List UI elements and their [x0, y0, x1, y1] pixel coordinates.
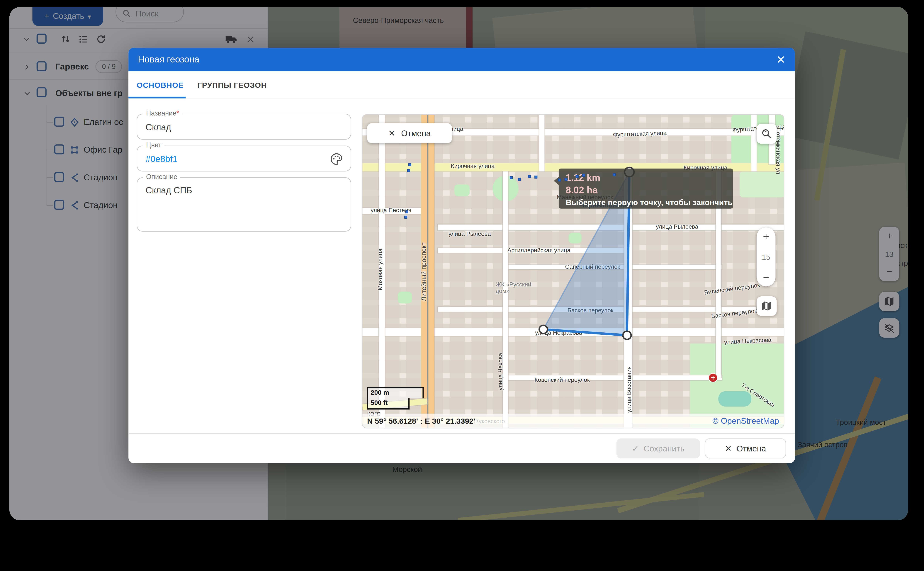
palette-icon[interactable]	[330, 152, 344, 166]
modal-tabs: ОСНОВНОЕ ГРУППЫ ГЕОЗОН	[128, 71, 795, 99]
cancel-button[interactable]: ✕ Отмена	[705, 438, 786, 458]
map-layer-button[interactable]	[757, 296, 776, 316]
zoom-level: 15	[762, 252, 770, 261]
tooltip-hint: Выберите первую точку, чтобы закончить	[566, 198, 726, 207]
geozone-vertex-marker	[406, 210, 409, 213]
name-field[interactable]: Название* Склад	[137, 114, 351, 139]
screenshot-stage: Северо-Приморская часть Морской Заячий о…	[0, 0, 924, 528]
geozone-vertex-marker	[534, 176, 537, 179]
geozone-vertex-marker	[575, 175, 578, 178]
geozone-vertex-marker	[582, 174, 585, 177]
geozone-vertex-marker	[510, 176, 513, 179]
new-geozone-modal: Новая геозона ✕ ОСНОВНОЕ ГРУППЫ ГЕОЗОН Н…	[128, 48, 795, 463]
osm-attribution[interactable]: © OpenStreetMap	[713, 416, 779, 425]
scale-imperial: 500 ft	[367, 398, 410, 410]
map-search-button[interactable]	[757, 124, 776, 144]
tooltip-area: 8.02 ha	[566, 184, 726, 196]
geozone-vertex-marker	[528, 175, 531, 178]
geozone-vertex-marker	[409, 163, 411, 166]
tooltip-distance: 1.12 km	[566, 172, 726, 184]
close-icon: ✕	[388, 128, 395, 138]
divider	[128, 433, 795, 434]
map-zoom-control[interactable]: + 15 −	[757, 227, 776, 286]
description-field-label: Описание	[143, 173, 180, 181]
geozone-vertex-marker	[518, 178, 521, 181]
geozone-vertex-marker	[404, 216, 407, 219]
map-icon	[761, 300, 773, 312]
save-button[interactable]: ✓ Сохранить	[616, 438, 700, 458]
modal-close-icon[interactable]: ✕	[776, 54, 785, 65]
geozone-vertex-marker	[558, 179, 561, 182]
polygon-vertex-handle[interactable]	[623, 331, 631, 340]
geozone-vertex-marker	[613, 173, 616, 176]
geozone-map[interactable]: Фурштатская улица Фурштатская улица Фурш…	[362, 114, 784, 429]
geozone-polygon[interactable]	[363, 115, 784, 428]
geozone-vertex-marker	[565, 178, 568, 181]
color-field[interactable]: Цвет #0e8bf1	[137, 146, 351, 171]
geozone-vertex-marker	[407, 169, 410, 172]
close-icon: ✕	[725, 444, 732, 453]
cursor-coordinates: N 59° 56.6128' : E 30° 21.3392'	[367, 416, 475, 425]
map-cancel-button[interactable]: ✕ Отмена	[367, 123, 452, 143]
modal-header: Новая геозона ✕	[128, 48, 795, 71]
scale-metric: 200 m	[367, 387, 424, 398]
name-field-value[interactable]: Склад	[146, 114, 171, 140]
description-field-value[interactable]: Склад СПБ	[146, 185, 192, 195]
color-field-value[interactable]: #0e8bf1	[146, 146, 177, 172]
required-asterisk: *	[176, 110, 179, 117]
check-icon: ✓	[632, 444, 639, 453]
tab-main[interactable]: ОСНОВНОЕ	[137, 71, 184, 99]
map-cancel-label: Отмена	[401, 128, 431, 138]
map-status-bar: N 59° 56.6128' : E 30° 21.3392' © OpenSt…	[363, 414, 784, 428]
tab-geozone-groups[interactable]: ГРУППЫ ГЕОЗОН	[197, 71, 267, 99]
description-field[interactable]: Описание Склад СПБ	[137, 177, 351, 231]
modal-title: Новая геозона	[138, 54, 199, 65]
save-button-label: Сохранить	[643, 444, 685, 453]
cancel-button-label: Отмена	[736, 444, 766, 453]
zoom-out-icon[interactable]: −	[763, 272, 769, 283]
zoom-in-icon[interactable]: +	[763, 231, 769, 242]
magnifier-icon	[761, 128, 773, 140]
app-window: Северо-Приморская часть Морской Заячий о…	[9, 7, 908, 520]
polygon-vertex-handle[interactable]	[539, 325, 548, 333]
active-tab-underline	[128, 97, 185, 99]
